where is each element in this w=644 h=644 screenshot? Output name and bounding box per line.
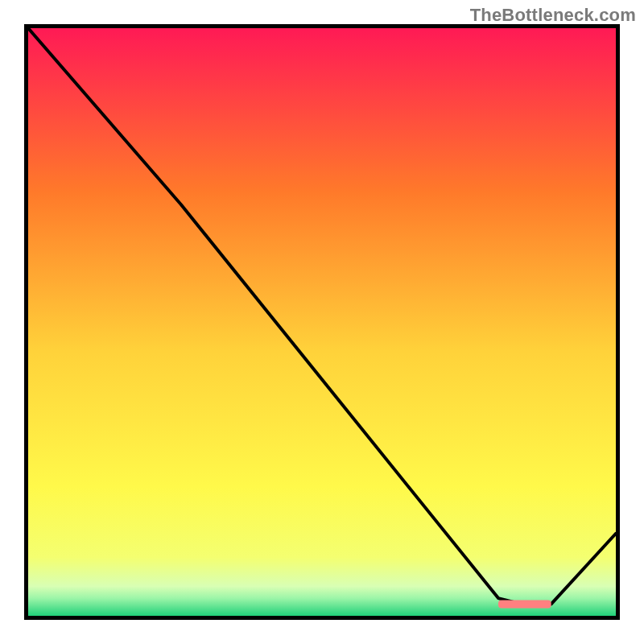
- optimum-marker: [498, 600, 551, 608]
- plot-area: [24, 24, 620, 620]
- chart-svg: [28, 28, 616, 616]
- chart-container: TheBottleneck.com: [0, 0, 644, 644]
- attribution-text: TheBottleneck.com: [470, 5, 636, 26]
- gradient-background: [28, 28, 616, 616]
